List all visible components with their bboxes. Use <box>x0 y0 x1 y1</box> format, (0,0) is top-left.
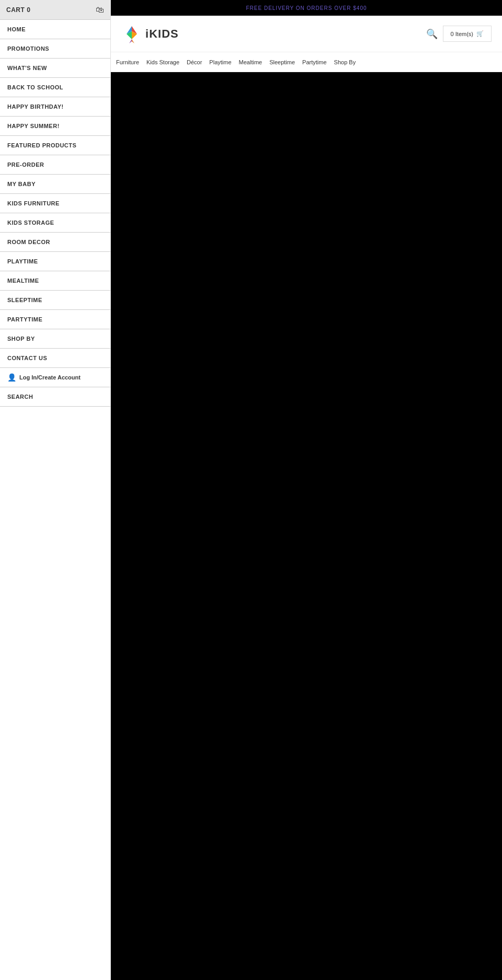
sidebar-search-list: SEARCH <box>0 387 110 407</box>
sidebar-item-back-to-school[interactable]: BACK TO SCHOOL <box>0 78 110 97</box>
sidebar-item-playtime[interactable]: PLAYTIME <box>0 252 110 271</box>
nav-item-playtime[interactable]: Playtime <box>209 59 231 65</box>
sidebar-item-kids-storage[interactable]: KIDS STORAGE <box>0 213 110 233</box>
top-nav: FurnitureKids StorageDécorPlaytimeMealti… <box>111 52 502 72</box>
sidebar-link-shop-by[interactable]: SHOP BY <box>0 329 110 348</box>
sidebar-link-pre-order[interactable]: PRE-ORDER <box>0 155 110 174</box>
nav-item-sleeptime[interactable]: Sleeptime <box>269 59 295 65</box>
banner-link[interactable]: FREE DELIVERY ON ORDERS OVER $400 <box>246 5 367 11</box>
sidebar-search-item[interactable]: SEARCH <box>0 387 110 407</box>
sidebar-link-playtime[interactable]: PLAYTIME <box>0 252 110 271</box>
sidebar-item-sleeptime[interactable]: SLEEPTIME <box>0 291 110 310</box>
sidebar-item-pre-order[interactable]: PRE-ORDER <box>0 155 110 175</box>
sidebar-item-contact-us[interactable]: CONTACT US <box>0 349 110 368</box>
header: iKIDS 🔍 0 Item(s) 🛒 <box>111 16 502 52</box>
sidebar-link-promotions[interactable]: PROMOTIONS <box>0 39 110 58</box>
nav-item-decor[interactable]: Décor <box>187 59 202 65</box>
account-icon: 👤 <box>7 373 16 382</box>
sidebar-link-contact-us[interactable]: CONTACT US <box>0 349 110 367</box>
nav-item-partytime[interactable]: Partytime <box>302 59 326 65</box>
svg-marker-5 <box>132 39 134 43</box>
sidebar-cart-bar[interactable]: CART 0 🛍 <box>0 0 110 20</box>
sidebar-item-room-decor[interactable]: ROOM DECOR <box>0 233 110 252</box>
main-area: FREE DELIVERY ON ORDERS OVER $400 iKIDS … <box>111 0 502 980</box>
header-search-icon[interactable]: 🔍 <box>426 28 438 40</box>
nav-item-shop-by[interactable]: Shop By <box>334 59 356 65</box>
sidebar-account-label: Log In/Create Account <box>19 374 81 381</box>
sidebar-link-happy-birthday[interactable]: HAPPY BIRTHDAY! <box>0 97 110 116</box>
svg-marker-4 <box>129 39 132 43</box>
main-content <box>111 72 502 980</box>
sidebar-item-shop-by[interactable]: SHOP BY <box>0 329 110 349</box>
sidebar-link-room-decor[interactable]: ROOM DECOR <box>0 233 110 251</box>
header-cart-icon: 🛒 <box>476 30 484 37</box>
sidebar: CART 0 🛍 HOMEPROMOTIONSWHAT'S NEWBACK TO… <box>0 0 111 980</box>
sidebar-item-partytime[interactable]: PARTYTIME <box>0 310 110 329</box>
sidebar-item-whats-new[interactable]: WHAT'S NEW <box>0 59 110 78</box>
sidebar-item-happy-summer[interactable]: HAPPY SUMMER! <box>0 117 110 136</box>
header-right: 🔍 0 Item(s) 🛒 <box>426 26 492 42</box>
header-cart-button[interactable]: 0 Item(s) 🛒 <box>443 26 492 42</box>
sidebar-link-back-to-school[interactable]: BACK TO SCHOOL <box>0 78 110 97</box>
nav-item-mealtime[interactable]: Mealtime <box>239 59 263 65</box>
sidebar-link-kids-storage[interactable]: KIDS STORAGE <box>0 213 110 232</box>
nav-item-kids-storage[interactable]: Kids Storage <box>146 59 179 65</box>
sidebar-item-promotions[interactable]: PROMOTIONS <box>0 39 110 59</box>
sidebar-link-partytime[interactable]: PARTYTIME <box>0 310 110 329</box>
sidebar-link-happy-summer[interactable]: HAPPY SUMMER! <box>0 117 110 135</box>
sidebar-link-home[interactable]: HOME <box>0 20 110 39</box>
sidebar-item-featured-products[interactable]: FEATURED PRODUCTS <box>0 136 110 155</box>
sidebar-link-sleeptime[interactable]: SLEEPTIME <box>0 291 110 309</box>
sidebar-nav: HOMEPROMOTIONSWHAT'S NEWBACK TO SCHOOLHA… <box>0 20 110 368</box>
logo-icon <box>121 24 142 44</box>
sidebar-link-mealtime[interactable]: MEALTIME <box>0 271 110 290</box>
sidebar-item-happy-birthday[interactable]: HAPPY BIRTHDAY! <box>0 97 110 117</box>
logo-area: iKIDS <box>121 24 179 44</box>
nav-item-furniture[interactable]: Furniture <box>116 59 139 65</box>
cart-bag-icon: 🛍 <box>96 5 104 15</box>
sidebar-link-kids-furniture[interactable]: KIDS FURNITURE <box>0 194 110 213</box>
sidebar-account[interactable]: 👤 Log In/Create Account <box>0 368 110 387</box>
logo-text: iKIDS <box>145 27 179 41</box>
sidebar-search-link[interactable]: SEARCH <box>0 387 110 406</box>
top-banner: FREE DELIVERY ON ORDERS OVER $400 <box>111 0 502 16</box>
sidebar-item-mealtime[interactable]: MEALTIME <box>0 271 110 291</box>
sidebar-link-my-baby[interactable]: MY BABY <box>0 175 110 193</box>
sidebar-link-featured-products[interactable]: FEATURED PRODUCTS <box>0 136 110 155</box>
sidebar-item-my-baby[interactable]: MY BABY <box>0 175 110 194</box>
sidebar-item-home[interactable]: HOME <box>0 20 110 39</box>
header-cart-label: 0 Item(s) <box>451 31 473 37</box>
sidebar-link-whats-new[interactable]: WHAT'S NEW <box>0 59 110 77</box>
sidebar-cart-label: CART 0 <box>6 6 30 14</box>
sidebar-item-kids-furniture[interactable]: KIDS FURNITURE <box>0 194 110 213</box>
